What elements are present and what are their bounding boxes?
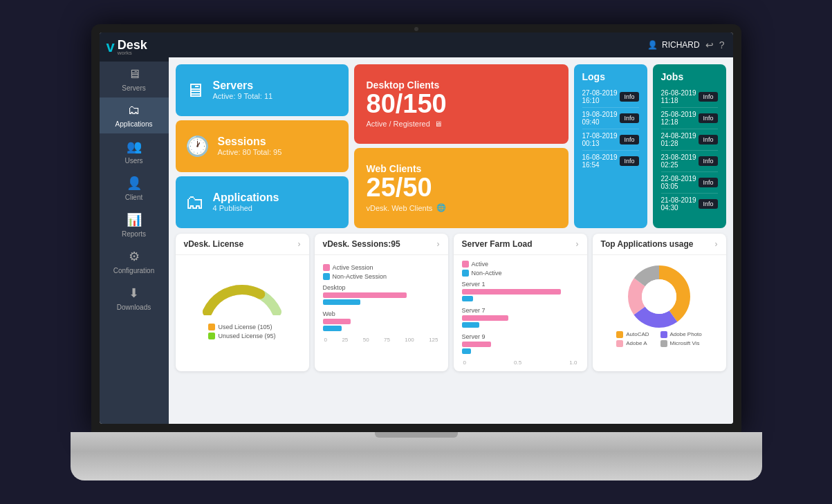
web-active-bar: [323, 319, 351, 324]
applications-title: Applications: [213, 192, 279, 204]
server-nonactive-dot: [462, 270, 469, 277]
dashboard: 🖥 Servers Active: 9 Total: 11 🕐 Sessions: [169, 57, 733, 424]
server-9-nonactive-bar: [462, 348, 472, 354]
logs-card: Logs 27-08-2019 16:10Info19-08-2019 09:4…: [574, 64, 647, 228]
server-7-nonactive-bar: [462, 322, 479, 328]
job-badge[interactable]: Info: [699, 92, 717, 102]
server-1-nonactive-bar: [462, 296, 474, 301]
sidebar-label-applications: Applications: [115, 120, 153, 128]
applications-card: 🗂 Applications 4 Published: [176, 176, 349, 228]
servers-card: 🖥 Servers Active: 9 Total: 11: [176, 64, 349, 116]
job-badge[interactable]: Info: [699, 178, 717, 187]
sidebar-label-downloads: Downloads: [117, 304, 151, 311]
log-badge[interactable]: Info: [620, 113, 638, 123]
top-apps-card: Top Applications usage ›: [593, 234, 726, 371]
logs-list: 27-08-2019 16:10Info19-08-2019 09:40Info…: [582, 86, 639, 171]
gauge-legend: Used License (105) Unused License (95): [208, 324, 275, 339]
servers-title: Servers: [213, 80, 273, 92]
web-bar-group: Web: [323, 310, 440, 331]
donut-legend: AutoCAD Adobe Photo Adobe A: [616, 331, 702, 347]
server-1-row: Server 1: [462, 281, 579, 301]
adobephoto-dot: [660, 331, 667, 338]
job-time: 25-08-2019 12:18: [661, 111, 699, 126]
log-row: 16-08-2019 16:54Info: [582, 151, 639, 171]
unused-label: Unused License (95): [218, 333, 275, 339]
sessions-title: Sessions: [218, 136, 282, 148]
sessions-subtitle: Active: 80 Total: 95: [218, 148, 282, 156]
sessions-chart-body: Active Session Non-Active Session: [315, 255, 448, 352]
job-badge[interactable]: Info: [699, 199, 717, 209]
jobs-card: Jobs 26-08-2019 11:18Info25-08-2019 12:1…: [653, 64, 726, 228]
right-widgets: Logs 27-08-2019 16:10Info19-08-2019 09:4…: [574, 64, 726, 228]
autocad-label: AutoCAD: [626, 331, 649, 337]
desktop-clients-card: Desktop Clients 80/150 Active / Register…: [354, 64, 568, 144]
sidebar-item-client[interactable]: 👤 Client: [100, 170, 169, 207]
license-card: vDesk. License ›: [176, 234, 309, 371]
top-apps-title: Top Applications usage: [601, 239, 694, 249]
log-time: 27-08-2019 16:10: [582, 89, 620, 104]
server-9-active-bar: [462, 342, 491, 347]
sidebar-item-downloads[interactable]: ⬇ Downloads: [100, 280, 169, 317]
sessions-card-icon: 🕐: [185, 135, 210, 158]
log-badge[interactable]: Info: [620, 135, 638, 144]
sessions-arrow[interactable]: ›: [437, 239, 440, 249]
server-1-label: Server 1: [462, 281, 579, 288]
desktop-bar-group: Desktop: [323, 284, 440, 305]
sidebar-item-servers[interactable]: 🖥 Servers: [100, 62, 169, 97]
log-badge[interactable]: Info: [620, 156, 638, 166]
server-farm-header: Server Farm Load ›: [454, 234, 587, 255]
servers-subtitle: Active: 9 Total: 11: [213, 92, 273, 100]
nonactive-dot: [323, 273, 330, 280]
server-farm-title: Server Farm Load: [462, 239, 533, 249]
microsoft-legend: Microsift Vis: [660, 340, 702, 347]
web-nonactive-bar: [323, 326, 342, 331]
adobea-label: Adobe A: [626, 340, 647, 346]
web-clients-card: Web Clients 25/50 vDesk. Web Clients 🌐: [354, 148, 568, 228]
job-badge[interactable]: Info: [699, 156, 717, 166]
log-row: 27-08-2019 16:10Info: [582, 86, 639, 108]
job-time: 22-08-2019 03:05: [661, 175, 699, 190]
sidebar-item-users[interactable]: 👥 Users: [100, 133, 169, 170]
logo: v Desk works: [100, 32, 169, 62]
job-badge[interactable]: Info: [699, 135, 717, 144]
servers-card-icon: 🖥: [185, 79, 205, 102]
job-row: 26-08-2019 11:18Info: [661, 86, 718, 108]
autocad-dot: [616, 331, 623, 338]
sidebar-label-reports: Reports: [122, 230, 146, 238]
sidebar-item-configuration[interactable]: ⚙ Configuration: [100, 243, 169, 280]
used-legend: Used License (105): [208, 324, 275, 330]
top-apps-arrow[interactable]: ›: [715, 239, 718, 249]
server-nonactive-label: Non-Active: [472, 270, 502, 277]
top-widgets: 🖥 Servers Active: 9 Total: 11 🕐 Sessions: [176, 64, 726, 228]
server-7-label: Server 7: [462, 307, 579, 314]
client-icon: 👤: [127, 176, 142, 191]
sidebar-item-applications[interactable]: 🗂 Applications: [100, 97, 169, 133]
job-badge[interactable]: Info: [699, 113, 717, 123]
log-time: 16-08-2019 16:54: [582, 153, 620, 169]
applications-subtitle: 4 Published: [213, 204, 279, 212]
desktop-clients-number: 80/150: [367, 91, 556, 117]
applications-icon: 🗂: [128, 103, 140, 118]
server-9-label: Server 9: [462, 333, 579, 340]
configuration-icon: ⚙: [129, 249, 140, 264]
job-row: 22-08-2019 03:05Info: [661, 172, 718, 194]
sessions-legend: Active Session Non-Active Session: [323, 264, 387, 280]
autocad-legend: AutoCAD: [616, 331, 658, 338]
logo-v: v: [107, 38, 115, 56]
log-time: 19-08-2019 09:40: [582, 111, 620, 126]
server-legend: Active Non-Active: [462, 261, 502, 277]
help-icon[interactable]: ?: [719, 39, 725, 50]
sidebar-item-reports[interactable]: 📊 Reports: [100, 207, 169, 243]
sessions-card: 🕐 Sessions Active: 80 Total: 95: [176, 120, 349, 172]
main-content: 👤 RICHARD ↩ ? 🖥: [169, 32, 733, 424]
logout-icon[interactable]: ↩: [705, 39, 714, 50]
web-bar-label: Web: [323, 310, 440, 317]
server-active-legend: Active: [462, 261, 502, 268]
server-farm-card: Server Farm Load › Active: [454, 234, 587, 371]
server-farm-arrow[interactable]: ›: [576, 239, 579, 249]
jobs-title: Jobs: [661, 71, 718, 82]
servers-icon: 🖥: [128, 67, 140, 82]
license-arrow[interactable]: ›: [298, 239, 301, 249]
log-badge[interactable]: Info: [620, 92, 638, 102]
job-row: 23-08-2019 02:25Info: [661, 151, 718, 172]
